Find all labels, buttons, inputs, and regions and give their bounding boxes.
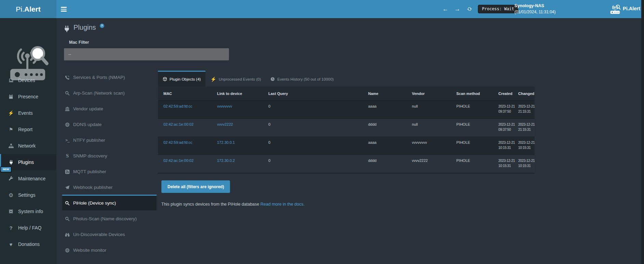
device-link[interactable]: 172.30.0.1 xyxy=(217,140,235,144)
globe-icon xyxy=(64,122,70,127)
sitemap-icon xyxy=(7,143,15,149)
mac-link[interactable]: 02:42:ac:1e:00:02 xyxy=(163,158,193,163)
question-icon: ? xyxy=(7,225,15,231)
sidebar-item-maintenance[interactable]: MaintenanceNEW xyxy=(0,170,56,187)
history-forward-icon[interactable]: → xyxy=(454,5,461,13)
plugin-item-webhook-publisher[interactable]: Webhook publisher xyxy=(62,179,157,195)
calendar-icon xyxy=(7,94,15,99)
link-to-device-cell: 172.30.0.1 xyxy=(212,137,263,155)
help-badge[interactable]: ? xyxy=(100,24,104,28)
scan-method-cell: PIHOLE xyxy=(451,119,494,137)
plugin-item-ddns-update[interactable]: DDNS update xyxy=(62,116,157,132)
created-cell: 2023-12-2110:15:31 xyxy=(494,137,515,155)
sidebar-item-devices[interactable]: Devices xyxy=(0,72,56,88)
plugin-item-label: MQTT publisher xyxy=(73,169,106,174)
host-name: Synology-NAS xyxy=(514,3,556,9)
docs-link[interactable]: Read more in the docs. xyxy=(260,202,305,207)
phone-volume-icon xyxy=(64,75,70,80)
mac-filter-label: Mac Filter xyxy=(69,40,89,45)
plugin-objects-table: MACLink to deviceLast QueryNameVendorSca… xyxy=(158,86,535,173)
last-query-cell: 0 xyxy=(263,101,363,119)
link-to-device-cell: 172.30.0.2 xyxy=(212,155,263,173)
plugin-item-website-monitor[interactable]: Website monitor xyxy=(62,242,157,258)
sidebar-item-label: Report xyxy=(18,127,32,132)
laptop-icon xyxy=(7,78,15,83)
gear-icon: ⚙ xyxy=(7,192,15,198)
plug-icon xyxy=(7,160,15,165)
scan-method-cell: PIHOLE xyxy=(451,101,494,119)
history-back-icon[interactable]: ← xyxy=(442,5,449,13)
mac-link[interactable]: 02:42:ac:1e:00:02 xyxy=(163,122,193,126)
plugin-item-vendor-update[interactable]: Vendor update xyxy=(62,100,157,116)
column-header-scan-method: Scan method xyxy=(451,86,494,100)
refresh-icon[interactable] xyxy=(466,5,473,13)
sidebar-item-network[interactable]: Network xyxy=(0,138,56,154)
sidebar-toggle-icon[interactable] xyxy=(61,6,68,13)
sidebar-item-donations[interactable]: ♥Donations xyxy=(0,236,56,252)
device-link[interactable]: vvvv2222 xyxy=(217,122,233,126)
chip-icon xyxy=(7,209,15,214)
brand-bold: Alert xyxy=(24,5,41,13)
page-header: Plugins ? xyxy=(63,24,104,34)
sidebar-item-label: Presence xyxy=(18,94,38,99)
plug-icon xyxy=(63,25,70,34)
sidebar-item-label: Events xyxy=(18,110,33,116)
plugin-item-services-ports-nmap[interactable]: Services & Ports (NMAP) xyxy=(62,69,157,85)
tab-events-history-50-out-of-10000[interactable]: Events History (50 out of 10000) xyxy=(266,71,338,86)
name-cell: dddd xyxy=(363,119,406,137)
plugin-item-mqtt-publisher[interactable]: MQTT publisher xyxy=(62,163,157,179)
plugin-item-arp-scan-network-scan[interactable]: Arp-Scan (Network scan) xyxy=(62,85,157,100)
sidebar-item-settings[interactable]: ⚙Settings xyxy=(0,187,56,203)
link-to-device-cell: vvvvvvvv xyxy=(212,101,263,119)
plugin-item-label: NTFY publisher xyxy=(73,138,105,143)
column-header-name: Name xyxy=(363,86,406,100)
plugin-item-un-discoverable-devices[interactable]: Un-Discoverable Devices xyxy=(62,226,157,242)
changed-cell: 2023-12-2121:15:31 xyxy=(515,119,535,137)
last-query-cell: 0 xyxy=(263,119,363,137)
plugin-description: This plugin syncs devices from the PiHol… xyxy=(161,202,305,207)
scrollbar-track[interactable] xyxy=(641,0,644,264)
created-cell: 2023-12-2109:37:50 xyxy=(494,119,515,137)
last-query-cell: 0 xyxy=(263,155,363,173)
plugin-item-pihole-device-sync[interactable]: PiHole (Device sync) xyxy=(62,195,157,210)
device-link[interactable]: vvvvvvvv xyxy=(217,104,232,108)
vendor-cell: null xyxy=(406,119,451,137)
table-row: 02:42:59:ad:fd:ccvvvvvvvv0aaaanullPIHOLE… xyxy=(158,101,535,119)
scan-method-cell: PIHOLE xyxy=(451,137,494,155)
plugin-item-label: DDNS update xyxy=(73,122,102,127)
sidebar-item-system-info[interactable]: System info xyxy=(0,203,56,220)
created-cell: 2023-12-2110:15:31 xyxy=(494,155,515,173)
router-logo-small-icon xyxy=(610,4,621,16)
sidebar-item-label: Maintenance xyxy=(18,176,45,181)
plugin-item-snmp-discovery[interactable]: SSNMP discovery xyxy=(62,148,157,163)
delete-all-button[interactable]: Delete all (filters are ignored) xyxy=(161,180,230,193)
scan-method-cell: PIHOLE xyxy=(451,155,494,173)
sidebar-item-label: Help / FAQ xyxy=(18,225,41,231)
plugin-item-label: PiHole (Device sync) xyxy=(73,200,116,206)
sidebar-item-label: Settings xyxy=(18,192,36,198)
plugin-item-label: SNMP discovery xyxy=(73,153,107,158)
table-header-row: MACLink to deviceLast QueryNameVendorSca… xyxy=(158,86,535,101)
sidebar-item-events[interactable]: ⚡Events xyxy=(0,105,56,121)
mac-link[interactable]: 02:42:59:ad:fd:cc xyxy=(163,104,192,108)
plugin-item-ntfy-publisher[interactable]: >_NTFY publisher xyxy=(62,132,157,148)
table-row: 02:42:ac:1e:00:02172.30.0.20ddddvvvv2222… xyxy=(158,155,535,173)
tab-plugin-objects-4[interactable]: Plugin Objects (4) xyxy=(158,71,205,86)
device-link[interactable]: 172.30.0.2 xyxy=(217,158,235,163)
flag-icon: ⚑ xyxy=(7,127,15,132)
sidebar-item-help-faq[interactable]: ?Help / FAQ xyxy=(0,220,56,236)
changed-cell: 2023-12-2121:15:31 xyxy=(515,101,535,119)
plugin-item-pholus-scan-name-discovery[interactable]: Pholus-Scan (Name discovery) xyxy=(62,210,157,226)
sidebar-item-report[interactable]: ⚑Report xyxy=(0,121,56,138)
sidebar-item-presence[interactable]: Presence xyxy=(0,88,56,105)
mac-filter-input[interactable] xyxy=(64,48,229,60)
tab-unprocessed-events-0[interactable]: ⚡Unprocessed Events (0) xyxy=(205,71,266,86)
plugin-item-label: Arp-Scan (Network scan) xyxy=(73,91,125,96)
sidebar-item-label: Network xyxy=(18,143,36,149)
mac-cell: 02:42:59:ad:fd:cc xyxy=(158,101,212,119)
mac-link[interactable]: 02:42:59:ad:fd:cc xyxy=(163,140,192,144)
clock-icon xyxy=(270,77,275,81)
column-header-created: Created xyxy=(494,86,515,100)
brand-logo[interactable]: Pi.Alert xyxy=(0,0,56,18)
column-header-link-to-device: Link to device xyxy=(212,86,263,100)
